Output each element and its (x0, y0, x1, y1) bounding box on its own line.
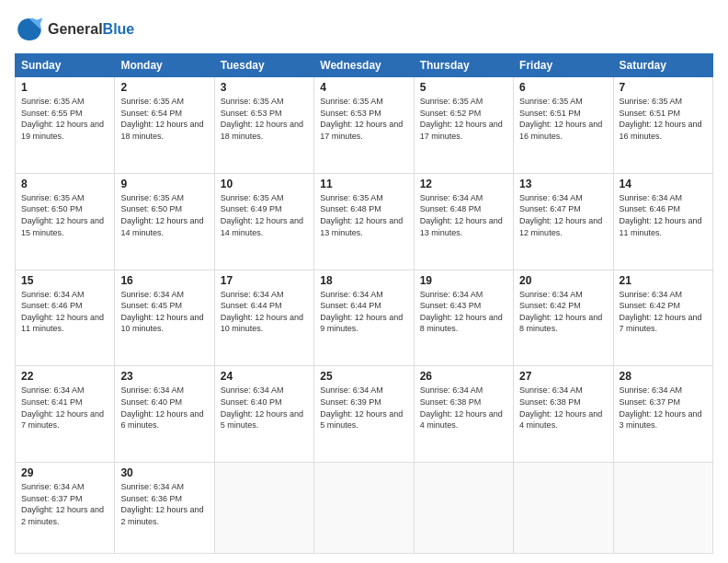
day-number: 29 (21, 466, 108, 479)
sunset-label: Sunset: 6:54 PM (120, 109, 182, 118)
sunrise-label: Sunrise: 6:35 AM (21, 193, 85, 202)
day-number: 18 (320, 274, 407, 287)
sunrise-label: Sunrise: 6:35 AM (420, 97, 483, 106)
day-number: 25 (320, 370, 407, 383)
page: GeneralBlue SundayMondayTuesdayWednesday… (0, 0, 728, 563)
sunrise-label: Sunrise: 6:34 AM (21, 385, 85, 395)
calendar-table: SundayMondayTuesdayWednesdayThursdayFrid… (15, 53, 713, 554)
daylight-label: Daylight: 12 hours and 19 minutes. (21, 120, 104, 141)
day-info: Sunrise: 6:34 AM Sunset: 6:46 PM Dayligh… (21, 289, 108, 335)
day-number: 24 (221, 370, 308, 383)
sunrise-label: Sunrise: 6:34 AM (21, 290, 85, 299)
sunrise-label: Sunrise: 6:34 AM (120, 385, 184, 395)
sunrise-label: Sunrise: 6:34 AM (221, 290, 284, 299)
day-info: Sunrise: 6:34 AM Sunset: 6:47 PM Dayligh… (519, 192, 607, 238)
day-info: Sunrise: 6:35 AM Sunset: 6:49 PM Dayligh… (221, 192, 308, 238)
sunset-label: Sunset: 6:46 PM (620, 204, 681, 213)
daylight-label: Daylight: 12 hours and 11 minutes. (620, 216, 702, 237)
day-info: Sunrise: 6:34 AM Sunset: 6:36 PM Dayligh… (120, 481, 208, 527)
calendar-day-cell (613, 463, 712, 554)
daylight-label: Daylight: 12 hours and 5 minutes. (221, 409, 303, 431)
sunrise-label: Sunrise: 6:34 AM (120, 290, 184, 299)
sunset-label: Sunset: 6:53 PM (221, 109, 282, 118)
sunset-label: Sunset: 6:51 PM (519, 109, 581, 118)
day-info: Sunrise: 6:35 AM Sunset: 6:50 PM Dayligh… (21, 192, 108, 238)
calendar-day-cell: 29 Sunrise: 6:34 AM Sunset: 6:37 PM Dayl… (16, 463, 115, 554)
day-number: 20 (519, 274, 607, 287)
day-number: 1 (21, 81, 108, 94)
day-info: Sunrise: 6:35 AM Sunset: 6:50 PM Dayligh… (120, 192, 208, 238)
day-info: Sunrise: 6:34 AM Sunset: 6:37 PM Dayligh… (620, 385, 707, 431)
sunset-label: Sunset: 6:42 PM (620, 301, 681, 310)
sunset-label: Sunset: 6:41 PM (21, 397, 83, 407)
calendar-day-cell: 10 Sunrise: 6:35 AM Sunset: 6:49 PM Dayl… (214, 173, 313, 270)
day-info: Sunrise: 6:35 AM Sunset: 6:54 PM Dayligh… (120, 96, 208, 142)
daylight-label: Daylight: 12 hours and 7 minutes. (620, 313, 702, 334)
sunrise-label: Sunrise: 6:34 AM (620, 290, 683, 299)
calendar-day-cell: 26 Sunrise: 6:34 AM Sunset: 6:38 PM Dayl… (414, 366, 513, 463)
sunrise-label: Sunrise: 6:34 AM (620, 193, 683, 202)
daylight-label: Daylight: 12 hours and 3 minutes. (620, 409, 702, 431)
daylight-label: Daylight: 12 hours and 16 minutes. (620, 120, 702, 141)
logo-text: GeneralBlue (48, 21, 134, 38)
day-number: 6 (519, 81, 607, 94)
calendar-day-cell (314, 463, 414, 554)
day-number: 15 (21, 274, 108, 287)
sunrise-label: Sunrise: 6:34 AM (320, 385, 383, 395)
sunrise-label: Sunrise: 6:35 AM (519, 97, 583, 106)
daylight-label: Daylight: 12 hours and 14 minutes. (221, 216, 303, 237)
daylight-label: Daylight: 12 hours and 13 minutes. (320, 216, 403, 237)
calendar-day-cell: 12 Sunrise: 6:34 AM Sunset: 6:48 PM Dayl… (414, 173, 513, 270)
sunrise-label: Sunrise: 6:35 AM (620, 97, 683, 106)
day-number: 2 (120, 81, 208, 94)
sunrise-label: Sunrise: 6:35 AM (221, 97, 284, 106)
sunrise-label: Sunrise: 6:34 AM (420, 290, 483, 299)
weekday-header: Friday (514, 54, 613, 77)
sunrise-label: Sunrise: 6:34 AM (620, 385, 683, 395)
daylight-label: Daylight: 12 hours and 10 minutes. (120, 313, 203, 334)
weekday-header: Sunday (16, 54, 115, 77)
sunset-label: Sunset: 6:45 PM (120, 301, 182, 310)
calendar-day-cell: 14 Sunrise: 6:34 AM Sunset: 6:46 PM Dayl… (613, 173, 712, 270)
day-number: 28 (620, 370, 707, 383)
sunrise-label: Sunrise: 6:34 AM (320, 290, 383, 299)
calendar-day-cell (514, 463, 613, 554)
sunrise-label: Sunrise: 6:35 AM (21, 97, 85, 106)
day-number: 14 (620, 178, 707, 190)
day-info: Sunrise: 6:34 AM Sunset: 6:48 PM Dayligh… (420, 192, 507, 238)
daylight-label: Daylight: 12 hours and 17 minutes. (320, 120, 403, 141)
sunrise-label: Sunrise: 6:34 AM (420, 385, 483, 395)
day-info: Sunrise: 6:34 AM Sunset: 6:38 PM Dayligh… (420, 385, 507, 431)
daylight-label: Daylight: 12 hours and 7 minutes. (21, 409, 104, 431)
day-number: 12 (420, 178, 507, 190)
day-number: 30 (120, 466, 208, 479)
daylight-label: Daylight: 12 hours and 9 minutes. (320, 313, 403, 334)
daylight-label: Daylight: 12 hours and 12 minutes. (519, 216, 602, 237)
calendar-day-cell: 8 Sunrise: 6:35 AM Sunset: 6:50 PM Dayli… (16, 173, 115, 270)
sunrise-label: Sunrise: 6:34 AM (519, 193, 583, 202)
sunset-label: Sunset: 6:36 PM (120, 494, 182, 503)
sunset-label: Sunset: 6:44 PM (221, 301, 282, 310)
day-number: 16 (120, 274, 208, 287)
daylight-label: Daylight: 12 hours and 2 minutes. (21, 505, 104, 526)
day-info: Sunrise: 6:34 AM Sunset: 6:45 PM Dayligh… (120, 289, 208, 335)
day-info: Sunrise: 6:35 AM Sunset: 6:53 PM Dayligh… (221, 96, 308, 142)
weekday-header: Thursday (414, 54, 513, 77)
calendar-week-row: 15 Sunrise: 6:34 AM Sunset: 6:46 PM Dayl… (16, 270, 713, 366)
calendar-day-cell: 3 Sunrise: 6:35 AM Sunset: 6:53 PM Dayli… (214, 77, 313, 174)
daylight-label: Daylight: 12 hours and 4 minutes. (420, 409, 503, 431)
day-info: Sunrise: 6:35 AM Sunset: 6:51 PM Dayligh… (620, 96, 707, 142)
daylight-label: Daylight: 12 hours and 18 minutes. (120, 120, 203, 141)
calendar-day-cell: 4 Sunrise: 6:35 AM Sunset: 6:53 PM Dayli… (314, 77, 414, 174)
calendar-day-cell: 7 Sunrise: 6:35 AM Sunset: 6:51 PM Dayli… (613, 77, 712, 174)
calendar-week-row: 1 Sunrise: 6:35 AM Sunset: 6:55 PM Dayli… (16, 77, 713, 174)
weekday-header: Monday (115, 54, 214, 77)
calendar-day-cell (414, 463, 513, 554)
daylight-label: Daylight: 12 hours and 5 minutes. (320, 409, 403, 431)
daylight-label: Daylight: 12 hours and 4 minutes. (519, 409, 602, 431)
calendar-day-cell: 15 Sunrise: 6:34 AM Sunset: 6:46 PM Dayl… (16, 270, 115, 366)
sunset-label: Sunset: 6:53 PM (320, 109, 381, 118)
day-number: 7 (620, 81, 707, 94)
calendar-week-row: 29 Sunrise: 6:34 AM Sunset: 6:37 PM Dayl… (16, 463, 713, 554)
sunset-label: Sunset: 6:44 PM (320, 301, 381, 310)
